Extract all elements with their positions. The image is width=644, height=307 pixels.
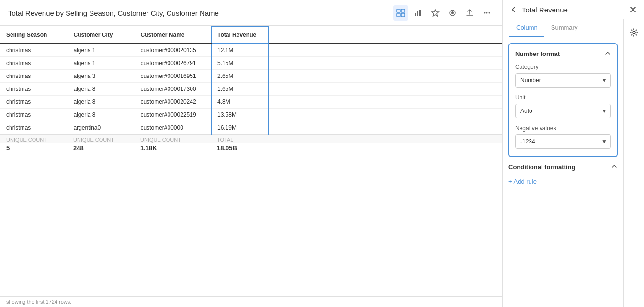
- col-customer-city[interactable]: Customer City: [68, 26, 135, 44]
- table-view-button[interactable]: [393, 5, 408, 21]
- add-rule-button[interactable]: + Add rule: [508, 176, 537, 187]
- table-cell: customer#000026791: [135, 57, 211, 70]
- svg-rect-3: [401, 13, 405, 17]
- category-select-wrapper: Number Currency Percentage Scientific ▼: [515, 73, 611, 88]
- number-format-section: Number format Category Number Currency: [508, 43, 618, 157]
- svg-rect-2: [397, 13, 400, 17]
- svg-rect-6: [419, 10, 421, 16]
- tabs-row: Column Summary: [503, 19, 623, 37]
- tab-summary[interactable]: Summary: [544, 19, 585, 37]
- right-panel-content: Column Summary Number format: [503, 19, 623, 307]
- back-button[interactable]: [509, 5, 518, 14]
- chart-view-button[interactable]: [410, 5, 426, 21]
- footer-value-2: 1.18K: [135, 143, 211, 155]
- sidebar-icons: [623, 19, 644, 307]
- table-cell: christmas: [0, 83, 68, 96]
- unit-select-wrapper: Auto None K M B ▼: [515, 104, 611, 118]
- number-format-title: Number format: [515, 50, 560, 57]
- category-group: Category Number Currency Percentage Scie…: [515, 64, 611, 88]
- cond-toggle[interactable]: [611, 163, 618, 171]
- col-selling-season[interactable]: Selling Season: [0, 26, 68, 44]
- footer-value-0: 5: [0, 143, 68, 155]
- unit-group: Unit Auto None K M B ▼: [515, 94, 611, 118]
- table-row: christmasalgeria 3customer#0000169512.65…: [0, 70, 502, 83]
- table-row: christmasargentina0customer#0000016.19M: [0, 121, 502, 135]
- table-cell: christmas: [0, 57, 68, 70]
- table-cell: algeria 8: [68, 109, 135, 121]
- pin-button[interactable]: [428, 5, 443, 21]
- svg-rect-1: [401, 9, 405, 12]
- table-cell: 2.65M: [211, 70, 269, 83]
- table-cell: 12.1M: [211, 44, 269, 57]
- table-cell: 16.19M: [211, 121, 269, 135]
- table-cell: algeria 8: [68, 96, 135, 109]
- negative-select-wrapper: -1234 (1234) 1234- ▼: [515, 134, 611, 149]
- table-header-row: Selling Season Customer City Customer Na…: [0, 26, 502, 44]
- more-button[interactable]: [479, 5, 495, 21]
- table-cell: algeria 8: [68, 83, 135, 96]
- right-panel-header: Total Revenue: [503, 0, 644, 19]
- table-cell: christmas: [0, 96, 68, 109]
- svg-rect-5: [417, 11, 418, 16]
- table-cell: [269, 44, 502, 57]
- table-cell: christmas: [0, 109, 68, 121]
- table-cell: algeria 3: [68, 70, 135, 83]
- footer-label-2: UNIQUE COUNT: [135, 134, 211, 143]
- table-cell: customer#000022519: [135, 109, 211, 121]
- table-row: christmasalgeria 1customer#0000267915.15…: [0, 57, 502, 70]
- share-button[interactable]: [462, 5, 477, 21]
- table-cell: customer#000016951: [135, 70, 211, 83]
- footer-value-1: 248: [68, 143, 135, 155]
- footer-label-0: UNIQUE COUNT: [0, 134, 68, 143]
- table-cell: [269, 121, 502, 135]
- table-cell: customer#000020242: [135, 96, 211, 109]
- svg-point-9: [484, 12, 486, 14]
- cond-title: Conditional formatting: [508, 164, 575, 171]
- svg-point-10: [486, 12, 488, 14]
- table-row: christmasalgeria 8customer#0000173001.65…: [0, 83, 502, 96]
- tab-column[interactable]: Column: [509, 19, 544, 37]
- footer-label-1: UNIQUE COUNT: [68, 134, 135, 143]
- close-panel-button[interactable]: [629, 6, 637, 13]
- table-header-bar: Total Revenue by Selling Season, Custome…: [0, 0, 502, 26]
- status-text: showing the first 1724 rows.: [6, 299, 71, 305]
- bullet-button[interactable]: [445, 5, 460, 21]
- col-customer-name[interactable]: Customer Name: [135, 26, 211, 44]
- toolbar-icons: [393, 5, 495, 21]
- svg-rect-4: [415, 13, 416, 16]
- table-cell: 13.58M: [211, 109, 269, 121]
- table-row: christmasalgeria 8customer#00002251913.5…: [0, 109, 502, 121]
- table-cell: [269, 70, 502, 83]
- add-rule-label: + Add rule: [508, 178, 537, 185]
- table-row: christmasalgeria 1customer#00002013512.1…: [0, 44, 502, 57]
- table-cell: argentina0: [68, 121, 135, 135]
- table-cell: [269, 83, 502, 96]
- footer-label-3: TOTAL: [211, 134, 269, 143]
- table-cell: algeria 1: [68, 44, 135, 57]
- table-cell: christmas: [0, 70, 68, 83]
- table-cell: 5.15M: [211, 57, 269, 70]
- table-cell: customer#000020135: [135, 44, 211, 57]
- table-wrapper: Selling Season Customer City Customer Na…: [0, 26, 502, 296]
- category-label: Category: [515, 64, 611, 70]
- svg-point-12: [633, 31, 635, 34]
- category-select[interactable]: Number Currency Percentage Scientific: [515, 73, 611, 88]
- status-bar: showing the first 1724 rows.: [0, 296, 502, 307]
- table-cell: 4.8M: [211, 96, 269, 109]
- table-cell: algeria 1: [68, 57, 135, 70]
- svg-point-11: [489, 12, 490, 14]
- table-cell: christmas: [0, 44, 68, 57]
- settings-icon-button[interactable]: [626, 25, 642, 40]
- negative-label: Negative values: [515, 125, 611, 132]
- footer-value-3: 18.05B: [211, 143, 269, 155]
- number-format-toggle[interactable]: [604, 50, 611, 58]
- right-panel-title: Total Revenue: [509, 5, 568, 14]
- right-panel: Total Revenue Column Summary: [502, 0, 644, 307]
- unit-select[interactable]: Auto None K M B: [515, 104, 611, 118]
- negative-select[interactable]: -1234 (1234) 1234-: [515, 134, 611, 149]
- footer-values-row: 5 248 1.18K 18.05B: [0, 143, 502, 155]
- table-cell: christmas: [0, 121, 68, 135]
- conditional-formatting-section: Conditional formatting + Add rule: [508, 163, 618, 187]
- cond-header: Conditional formatting: [508, 163, 618, 176]
- col-total-revenue[interactable]: Total Revenue: [211, 26, 269, 44]
